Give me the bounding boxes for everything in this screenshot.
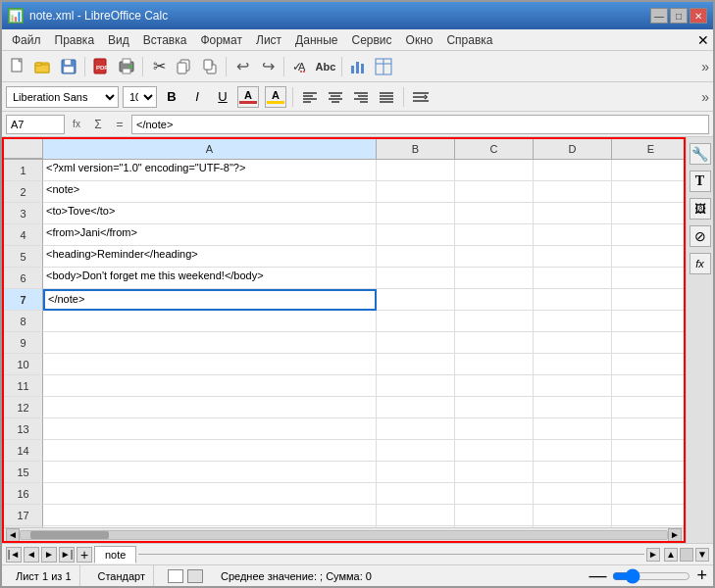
- vertical-scroll-down[interactable]: ▼: [695, 548, 709, 562]
- redo-button[interactable]: ↪: [256, 55, 280, 78]
- cell-c2[interactable]: [455, 181, 534, 203]
- cell-e14[interactable]: [612, 440, 684, 462]
- underline-button[interactable]: U: [212, 86, 233, 108]
- cell-d13[interactable]: [534, 418, 612, 440]
- cell-b17[interactable]: [377, 505, 455, 526]
- close-button[interactable]: ✕: [689, 8, 707, 24]
- cell-d5[interactable]: [534, 246, 612, 268]
- cell-c1[interactable]: [455, 160, 534, 181]
- cell-c8[interactable]: [455, 311, 534, 332]
- cell-c15[interactable]: [455, 462, 534, 483]
- cell-e8[interactable]: [612, 311, 684, 332]
- cell-d6[interactable]: [534, 268, 612, 289]
- cell-e1[interactable]: [612, 160, 684, 181]
- cell-c3[interactable]: [455, 203, 534, 224]
- chart-button[interactable]: [346, 55, 370, 78]
- scroll-left-button[interactable]: ◄: [6, 528, 20, 542]
- page-view-icon[interactable]: [187, 569, 203, 583]
- cell-e6[interactable]: [612, 268, 684, 289]
- font-color-button[interactable]: A: [237, 86, 259, 108]
- text-button[interactable]: T: [689, 171, 711, 192]
- scroll-thumb-h[interactable]: [30, 531, 109, 539]
- col-header-e[interactable]: E: [612, 139, 686, 159]
- cell-e12[interactable]: [612, 397, 684, 418]
- zoom-slider[interactable]: [612, 568, 690, 584]
- cell-a6[interactable]: <body>Don't forget me this weekend!</bod…: [43, 268, 377, 289]
- cell-e15[interactable]: [612, 462, 684, 483]
- zoom-in-button[interactable]: +: [696, 565, 707, 586]
- menu-format[interactable]: Формат: [194, 31, 248, 49]
- cell-b14[interactable]: [377, 440, 455, 462]
- cell-e11[interactable]: [612, 375, 684, 397]
- cell-c16[interactable]: [455, 483, 534, 505]
- cell-c6[interactable]: [455, 268, 534, 289]
- font-size-select[interactable]: 10: [123, 86, 157, 108]
- cell-e5[interactable]: [612, 246, 684, 268]
- cell-d4[interactable]: [534, 224, 612, 246]
- cell-d9[interactable]: [534, 332, 612, 354]
- cell-a13[interactable]: [43, 418, 377, 440]
- menu-window[interactable]: Окно: [400, 31, 439, 49]
- cell-d14[interactable]: [534, 440, 612, 462]
- cell-c5[interactable]: [455, 246, 534, 268]
- cell-a14[interactable]: [43, 440, 377, 462]
- autocomplete-button[interactable]: Abc: [314, 55, 337, 78]
- cell-b10[interactable]: [377, 354, 455, 375]
- equals-icon[interactable]: =: [110, 115, 129, 134]
- cell-d11[interactable]: [534, 375, 612, 397]
- save-button[interactable]: [57, 55, 80, 78]
- cell-e9[interactable]: [612, 332, 684, 354]
- cell-c4[interactable]: [455, 224, 534, 246]
- add-sheet-button[interactable]: +: [77, 547, 92, 563]
- menu-edit[interactable]: Правка: [49, 31, 101, 49]
- print-preview-button[interactable]: [115, 55, 138, 78]
- normal-view-icon[interactable]: [168, 569, 183, 583]
- cell-a9[interactable]: [43, 332, 377, 354]
- align-justify-button[interactable]: [376, 86, 397, 108]
- cell-c11[interactable]: [455, 375, 534, 397]
- menu-close-icon[interactable]: ✕: [697, 32, 709, 48]
- toolbar-more-icon[interactable]: »: [701, 59, 709, 74]
- formula-input[interactable]: [131, 115, 709, 134]
- menu-data[interactable]: Данные: [289, 31, 343, 49]
- navigator-button[interactable]: ⊘: [689, 225, 711, 247]
- cell-b6[interactable]: [377, 268, 455, 289]
- tab-next-button[interactable]: ►: [41, 547, 57, 563]
- cell-c17[interactable]: [455, 505, 534, 526]
- cell-a17[interactable]: [43, 505, 377, 526]
- cell-c13[interactable]: [455, 418, 534, 440]
- sigma-icon[interactable]: Σ: [88, 115, 108, 134]
- cell-b4[interactable]: [377, 224, 455, 246]
- wrap-text-button[interactable]: [410, 86, 432, 108]
- cell-d3[interactable]: [534, 203, 612, 224]
- gallery-button[interactable]: 🖼: [689, 198, 711, 220]
- sheet-tab-note[interactable]: note: [94, 546, 136, 564]
- scroll-track-h[interactable]: [20, 530, 668, 540]
- open-button[interactable]: [31, 55, 55, 78]
- undo-button[interactable]: ↩: [230, 55, 254, 78]
- cell-a10[interactable]: [43, 354, 377, 375]
- cell-c9[interactable]: [455, 332, 534, 354]
- cell-a4[interactable]: <from>Jani</from>: [43, 224, 377, 246]
- cell-b8[interactable]: [377, 311, 455, 332]
- function-wizard-icon[interactable]: fx: [67, 115, 86, 134]
- cell-d12[interactable]: [534, 397, 612, 418]
- cell-e7[interactable]: [612, 289, 684, 311]
- cell-b7[interactable]: [377, 289, 455, 311]
- cell-a15[interactable]: [43, 462, 377, 483]
- maximize-button[interactable]: □: [670, 8, 688, 24]
- spellcheck-button[interactable]: ✓A: [288, 55, 312, 78]
- menu-insert[interactable]: Вставка: [137, 31, 193, 49]
- cell-a3[interactable]: <to>Tove</to>: [43, 203, 377, 224]
- font-name-select[interactable]: Liberation Sans: [6, 86, 119, 108]
- tab-last-button[interactable]: ►|: [59, 547, 75, 563]
- properties-button[interactable]: 🔧: [689, 143, 711, 165]
- cell-c14[interactable]: [455, 440, 534, 462]
- vertical-scroll-thumb[interactable]: [680, 548, 693, 562]
- cell-e4[interactable]: [612, 224, 684, 246]
- minimize-button[interactable]: —: [650, 8, 668, 24]
- cut-button[interactable]: ✂: [147, 55, 171, 78]
- cell-e3[interactable]: [612, 203, 684, 224]
- scroll-right-button[interactable]: ►: [668, 528, 682, 542]
- table-button[interactable]: [372, 55, 395, 78]
